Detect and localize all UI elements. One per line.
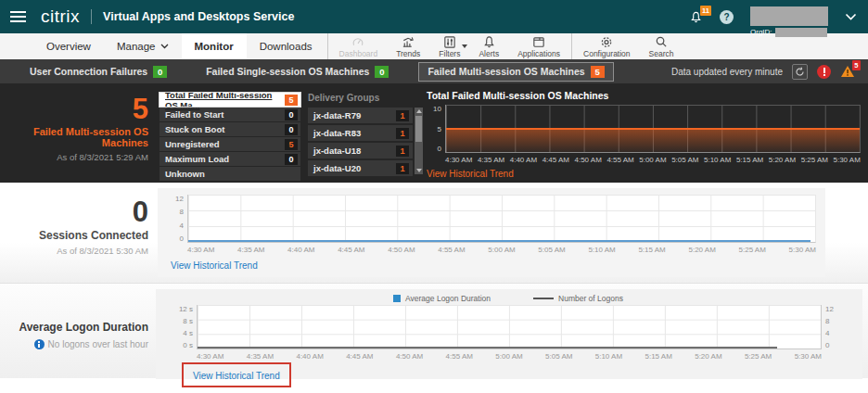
tool-filters[interactable]: Filters — [429, 33, 469, 59]
chart-plot-area — [445, 105, 861, 153]
chevron-down-icon — [160, 44, 169, 49]
axis-tick-label: 0 s — [183, 341, 193, 349]
sessions-timestamp: As of 8/3/2021 5:30 AM — [0, 246, 148, 256]
filter-tab-failed-single-session[interactable]: Failed Single-session OS Machines 0 — [197, 62, 398, 82]
gray-line-swatch — [533, 298, 554, 299]
legend-avg-logon-duration: Average Logon Duration — [393, 294, 491, 303]
axis-tick-label: 5:30 AM — [795, 352, 822, 361]
x-axis: 4:30 AM 4:35 AM 4:40 AM 4:45 AM 4:50 AM … — [187, 243, 816, 256]
axis-tick-label: 5:10 AM — [595, 352, 622, 361]
delivery-groups-scrollbar[interactable] — [415, 108, 423, 174]
citrix-monitor-page: { "colors": { "header_teal": "#0c4a52", … — [0, 0, 868, 393]
category-count-badge: 5 — [285, 139, 298, 150]
sessions-chart: 12 8 4 0 4:30 AM 4:35 AM 4:40 AM 4:45 AM… — [158, 188, 825, 277]
app-header: citrix Virtual Apps and Desktops Service… — [0, 0, 868, 33]
axis-tick-label: 8 s — [183, 317, 193, 325]
delivery-group-row[interactable]: jx-data-R83 1 — [308, 125, 413, 141]
main-nav: Overview Manage Monitor Downloads Dashbo… — [0, 33, 868, 59]
area-fill — [446, 129, 860, 153]
filters-dropdown-caret — [462, 44, 467, 48]
axis-tick-label: 5:15 AM — [638, 246, 665, 256]
tool-search[interactable]: Search — [640, 33, 683, 59]
tab-downloads[interactable]: Downloads — [247, 33, 326, 59]
y-axis: 10 5 0 — [427, 105, 445, 153]
number-of-logons-series-line — [198, 347, 777, 349]
alarm-count-badge: 5 — [852, 60, 861, 70]
filter-tab-failed-multi-session[interactable]: Failed Multi-session OS Machines 5 — [418, 62, 613, 82]
count-badge: 0 — [153, 66, 167, 78]
delivery-group-row[interactable]: jx-data-U20 1 — [308, 160, 413, 176]
view-historical-trend-link[interactable]: View Historical Trend — [427, 169, 514, 179]
axis-tick-label: 0 — [825, 341, 829, 349]
failure-category-row[interactable]: Total Failed Multi-session OS Ma... 5 — [160, 93, 300, 107]
delivery-groups-list: jx-data-R79 1 jx-data-R83 1 jx-data-U18 … — [308, 108, 423, 176]
axis-tick-label: 4 s — [183, 329, 193, 337]
category-label: Unknown — [165, 169, 205, 179]
failed-machines-chart: Total Failed Multi-session OS Machines 1… — [427, 90, 861, 181]
hamburger-menu-icon[interactable] — [0, 0, 35, 33]
failure-category-row[interactable]: Maximum Load 0 — [160, 152, 300, 166]
chart-legend: Average Logon Duration Number of Logons — [161, 292, 855, 305]
category-count-badge: 0 — [285, 124, 298, 135]
sessions-count: 0 — [0, 197, 148, 226]
citrix-logo[interactable]: citrix — [41, 6, 80, 27]
failure-category-row[interactable]: Unknown — [160, 167, 300, 181]
axis-tick-label: 4:55 AM — [606, 156, 633, 164]
axis-tick-label: 5:10 AM — [704, 156, 731, 164]
y-axis-right: 12 8 4 0 — [822, 305, 844, 349]
failed-machines-timestamp: As of 8/3/2021 5:29 AM — [0, 152, 148, 162]
category-label: Failed to Start — [165, 109, 223, 120]
axis-tick-label: 4:30 AM — [197, 352, 223, 361]
error-alert-icon[interactable] — [817, 65, 831, 79]
delivery-group-row[interactable]: jx-data-R79 1 — [308, 108, 413, 123]
axis-tick-label: 5:00 AM — [495, 352, 522, 361]
view-historical-trend-link[interactable]: View Historical Trend — [193, 371, 280, 381]
axis-tick-label: 5:20 AM — [769, 156, 796, 164]
delivery-group-count-badge: 1 — [396, 110, 409, 121]
view-historical-trend-link[interactable]: View Historical Trend — [171, 260, 258, 271]
refresh-button[interactable] — [792, 64, 808, 80]
notifications-button[interactable]: 11 — [689, 10, 703, 24]
category-label: Unregistered — [165, 139, 220, 149]
delivery-group-count-badge: 1 — [396, 146, 409, 157]
chart-plot-area — [197, 305, 822, 349]
applications-window-icon — [531, 35, 546, 49]
tool-applications[interactable]: Applications — [508, 33, 569, 59]
axis-tick-label: 5:20 AM — [695, 352, 721, 361]
configuration-gear-icon — [599, 35, 614, 49]
chevron-down-icon[interactable] — [845, 13, 857, 21]
help-button[interactable]: ? — [720, 10, 734, 24]
axis-tick-label: 12 s — [179, 305, 193, 313]
warning-alarm-button[interactable]: 5 — [840, 65, 855, 78]
tool-trends[interactable]: Trends — [387, 33, 429, 59]
x-axis: 4:30 AM 4:35 AM 4:40 AM 4:45 AM 4:50 AM … — [445, 153, 861, 164]
account-menu[interactable]: OrgID: — [750, 6, 828, 37]
tab-monitor[interactable]: Monitor — [182, 33, 247, 59]
tab-manage[interactable]: Manage — [104, 33, 182, 59]
delivery-group-count-badge: 1 — [396, 128, 409, 139]
axis-tick-label: 4 — [180, 222, 184, 230]
delivery-group-name: jx-data-U18 — [313, 146, 361, 156]
search-magnifier-icon — [654, 35, 669, 49]
alerts-bell-icon — [482, 35, 496, 49]
delivery-group-row[interactable]: jx-data-U18 1 — [308, 143, 413, 158]
orgid-label: OrgID: — [750, 28, 772, 36]
axis-tick-label: 4:50 AM — [388, 246, 415, 256]
y-axis-label-duration — [161, 305, 172, 349]
tool-configuration[interactable]: Configuration — [574, 33, 640, 59]
y-axis-label-logons — [844, 305, 855, 349]
axis-tick-label: 5:25 AM — [745, 352, 772, 361]
failed-machines-count: 5 — [0, 95, 148, 123]
axis-tick-label: 5:20 AM — [688, 246, 715, 256]
filter-tab-user-connection-failures[interactable]: User Connection Failures 0 — [20, 62, 176, 82]
failure-category-row[interactable]: Unregistered 5 — [160, 137, 300, 151]
axis-tick-label: 4:45 AM — [346, 352, 373, 361]
data-update-note: Data updated every minute — [671, 67, 783, 77]
y-axis: 12 8 4 0 — [163, 195, 187, 243]
tab-overview[interactable]: Overview — [33, 33, 104, 59]
failure-category-row[interactable]: Stuck on Boot 0 — [160, 122, 300, 136]
logon-duration-title: Average Logon Duration — [0, 321, 148, 334]
tool-alerts[interactable]: Alerts — [469, 33, 508, 59]
axis-tick-label: 5:15 AM — [645, 352, 671, 361]
delivery-groups-section: Delivery Groups jx-data-R79 1 jx-data-R8… — [308, 93, 423, 178]
